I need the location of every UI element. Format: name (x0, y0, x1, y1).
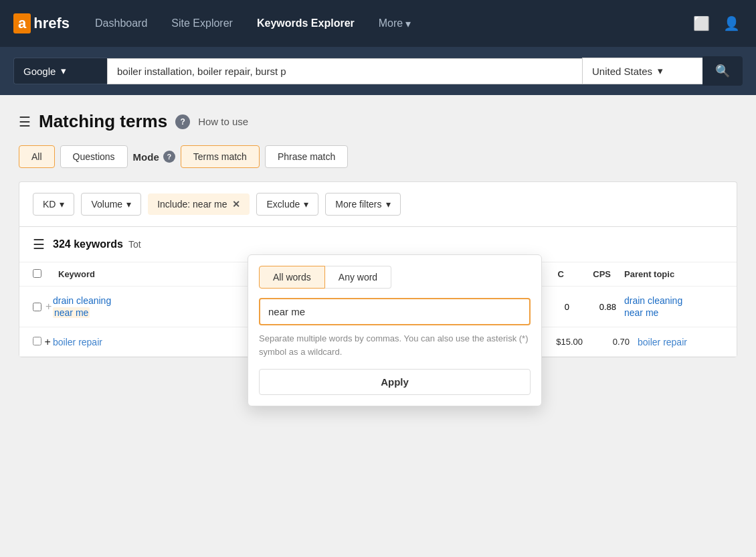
popup-apply-button[interactable]: Apply (259, 369, 531, 395)
popup-tabs: All words Any word (259, 266, 531, 289)
include-popup: All words Any word Separate multiple wor… (248, 254, 542, 406)
popup-overlay: All words Any word Separate multiple wor… (0, 0, 756, 497)
popup-tab-any-word[interactable]: Any word (325, 266, 391, 289)
popup-hint: Separate multiple words by commas. You c… (259, 332, 531, 358)
popup-input[interactable] (259, 298, 531, 325)
popup-tab-all-words[interactable]: All words (259, 266, 325, 289)
